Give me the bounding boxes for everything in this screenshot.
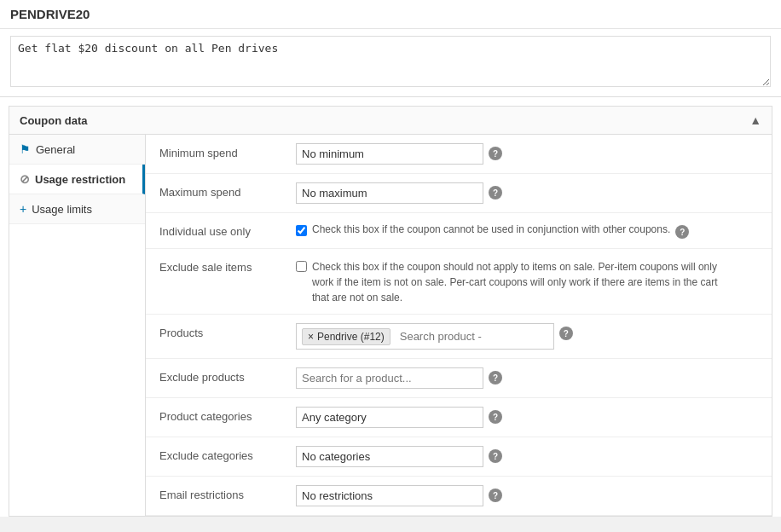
exclude-products-label: Exclude products bbox=[159, 367, 296, 384]
exclude-sale-items-control: Check this box if the coupon should not … bbox=[296, 257, 758, 305]
coupon-data-body: ⚑ General ⊘ Usage restriction + Usage li… bbox=[9, 135, 772, 516]
minimum-spend-help-icon[interactable]: ? bbox=[489, 147, 502, 160]
products-label: Products bbox=[159, 323, 296, 339]
page-wrapper: Get flat $20 discount on all Pen drives … bbox=[0, 0, 781, 517]
sidebar-item-usage-restriction[interactable]: ⊘ Usage restriction bbox=[9, 165, 145, 194]
maximum-spend-input[interactable] bbox=[296, 182, 483, 204]
individual-use-only-checkbox[interactable] bbox=[296, 225, 307, 236]
sidebar-item-usage-restriction-label: Usage restriction bbox=[35, 173, 125, 186]
exclude-sale-items-row: Exclude sale items Check this box if the… bbox=[146, 249, 772, 315]
minimum-spend-row: Minimum spend ? bbox=[146, 135, 772, 174]
exclude-products-control: ? bbox=[296, 367, 758, 389]
products-help-icon[interactable]: ? bbox=[559, 327, 573, 340]
exclude-categories-control: ? bbox=[296, 446, 758, 467]
usage-limits-icon: + bbox=[20, 202, 26, 216]
individual-use-only-label: Individual use only bbox=[159, 222, 296, 238]
products-row: Products × Pendrive (#12) ? bbox=[146, 315, 772, 359]
exclude-categories-input[interactable] bbox=[296, 446, 483, 467]
email-restrictions-row: Email restrictions ? bbox=[146, 477, 772, 516]
maximum-spend-control: ? bbox=[296, 182, 758, 204]
individual-use-help-icon[interactable]: ? bbox=[675, 225, 689, 239]
maximum-spend-label: Maximum spend bbox=[159, 182, 296, 199]
exclude-products-row: Exclude products ? bbox=[146, 359, 772, 398]
exclude-categories-label: Exclude categories bbox=[159, 446, 296, 462]
exclude-sale-items-description: Check this box if the coupon should not … bbox=[312, 259, 722, 305]
individual-use-only-checkbox-label[interactable]: Check this box if the coupon cannot be u… bbox=[296, 222, 670, 236]
general-icon: ⚑ bbox=[20, 142, 31, 156]
sidebar-item-usage-limits-label: Usage limits bbox=[32, 203, 92, 216]
top-section: Get flat $20 discount on all Pen drives bbox=[0, 0, 781, 97]
description-row: Get flat $20 discount on all Pen drives bbox=[0, 29, 781, 96]
sidebar-item-usage-limits[interactable]: + Usage limits bbox=[9, 194, 145, 224]
exclude-sale-items-checkbox-label[interactable]: Check this box if the coupon should not … bbox=[296, 257, 722, 305]
individual-use-only-description: Check this box if the coupon cannot be u… bbox=[312, 223, 670, 235]
maximum-spend-help-icon[interactable]: ? bbox=[489, 186, 502, 200]
coupon-title-row bbox=[0, 0, 781, 29]
exclude-products-help-icon[interactable]: ? bbox=[489, 371, 502, 385]
exclude-products-input[interactable] bbox=[296, 367, 483, 389]
sidebar-item-general-label: General bbox=[36, 143, 75, 156]
coupon-data-section: Coupon data ▲ ⚑ General ⊘ Usage restrict… bbox=[9, 106, 772, 517]
maximum-spend-row: Maximum spend ? bbox=[146, 174, 772, 213]
minimum-spend-label: Minimum spend bbox=[159, 143, 296, 159]
product-tag[interactable]: × Pendrive (#12) bbox=[302, 328, 390, 345]
product-categories-help-icon[interactable]: ? bbox=[489, 410, 502, 424]
usage-restriction-icon: ⊘ bbox=[20, 172, 30, 186]
individual-use-only-row: Individual use only Check this box if th… bbox=[146, 213, 772, 249]
exclude-categories-help-icon[interactable]: ? bbox=[489, 449, 502, 463]
email-restrictions-help-icon[interactable]: ? bbox=[489, 489, 502, 502]
email-restrictions-control: ? bbox=[296, 485, 758, 506]
products-field[interactable]: × Pendrive (#12) bbox=[296, 323, 554, 350]
exclude-sale-items-label: Exclude sale items bbox=[159, 257, 296, 274]
coupon-data-header: Coupon data ▲ bbox=[9, 107, 772, 135]
products-search-input[interactable] bbox=[395, 327, 548, 346]
sidebar-item-general[interactable]: ⚑ General bbox=[9, 135, 145, 165]
coupon-description-textarea[interactable]: Get flat $20 discount on all Pen drives bbox=[10, 36, 771, 87]
product-tag-remove[interactable]: × bbox=[308, 331, 314, 343]
product-tag-label: Pendrive (#12) bbox=[317, 331, 385, 343]
minimum-spend-control: ? bbox=[296, 143, 758, 165]
product-categories-control: ? bbox=[296, 407, 758, 428]
main-form-content: Minimum spend ? Maximum spend ? bbox=[146, 135, 772, 516]
coupon-data-title: Coupon data bbox=[20, 114, 87, 127]
product-categories-input[interactable] bbox=[296, 407, 483, 428]
email-restrictions-input[interactable] bbox=[296, 485, 483, 506]
product-categories-label: Product categories bbox=[159, 407, 296, 423]
email-restrictions-label: Email restrictions bbox=[159, 485, 296, 501]
collapse-icon[interactable]: ▲ bbox=[749, 113, 761, 127]
exclude-sale-items-checkbox[interactable] bbox=[296, 261, 307, 272]
product-categories-row: Product categories ? bbox=[146, 398, 772, 437]
products-control: × Pendrive (#12) ? bbox=[296, 323, 758, 350]
coupon-code-input[interactable] bbox=[10, 7, 771, 21]
individual-use-only-control: Check this box if the coupon cannot be u… bbox=[296, 222, 758, 239]
sidebar-nav: ⚑ General ⊘ Usage restriction + Usage li… bbox=[9, 135, 146, 516]
exclude-categories-row: Exclude categories ? bbox=[146, 437, 772, 477]
minimum-spend-input[interactable] bbox=[296, 143, 483, 165]
